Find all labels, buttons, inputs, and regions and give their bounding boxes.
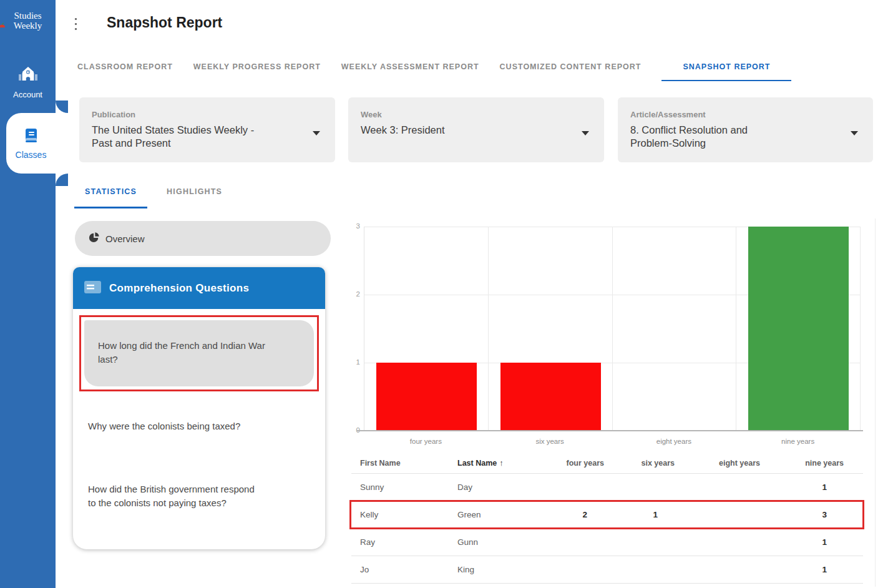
week-dropdown[interactable]: Week Week 3: President bbox=[348, 97, 604, 162]
cell-last-name: Gunn bbox=[457, 537, 532, 547]
sidebar: Studies Weekly bbox=[0, 0, 56, 588]
cell-nine-years: 1 bbox=[760, 565, 844, 574]
chart-plot-area bbox=[364, 227, 860, 431]
bar-four-years bbox=[376, 363, 477, 431]
logo-line-1: Studies bbox=[0, 11, 56, 21]
gridline bbox=[488, 227, 489, 431]
account-schoolhouse-icon bbox=[17, 66, 39, 87]
cell-first-name: Ray bbox=[360, 537, 457, 547]
table-row[interactable]: Jo King 1 bbox=[351, 556, 863, 584]
menu-icon[interactable] bbox=[75, 18, 94, 31]
caret-down-icon bbox=[851, 131, 858, 135]
cell-six-years: 1 bbox=[604, 510, 675, 519]
x-axis-label: four years bbox=[364, 438, 488, 445]
y-axis-tick-label: 2 bbox=[356, 290, 360, 298]
column-header-eight-years[interactable]: eight years bbox=[675, 459, 760, 468]
book-icon bbox=[23, 127, 39, 146]
caret-down-icon bbox=[582, 131, 589, 135]
cell-first-name: Jo bbox=[360, 565, 457, 574]
dropdown-value: The United States Studies Weekly - Past … bbox=[92, 124, 321, 149]
cell-first-name: Sunny bbox=[360, 483, 457, 492]
cell-nine-years: 1 bbox=[760, 537, 844, 547]
tab-weekly-progress-report[interactable]: WEEKLY PROGRESS REPORT bbox=[193, 60, 321, 71]
snapshot-report-page: Studies Weekly bbox=[0, 0, 893, 588]
sort-ascending-icon: ↑ bbox=[499, 459, 503, 468]
question-item[interactable]: Why were the colonists being taxed? bbox=[73, 419, 325, 434]
students-table: First Name Last Name↑ four years six yea… bbox=[351, 453, 863, 584]
logo-line-2: Weekly bbox=[14, 21, 42, 31]
cell-nine-years: 1 bbox=[760, 483, 844, 492]
question-item[interactable]: How did the British government respond t… bbox=[73, 483, 325, 511]
table-row-highlighted[interactable]: Kelly Green 2 1 3 bbox=[351, 501, 863, 529]
chart-x-axis-line bbox=[356, 430, 863, 431]
x-axis-label: six years bbox=[488, 438, 612, 445]
x-axis-label: nine years bbox=[736, 438, 860, 445]
gridline bbox=[612, 227, 613, 431]
sidebar-item-label: Classes bbox=[16, 150, 47, 160]
page-title: Snapshot Report bbox=[107, 14, 222, 31]
tab-snapshot-report[interactable]: SNAPSHOT REPORT bbox=[661, 60, 791, 81]
chart-x-labels: four yearssix yearseight yearsnine years bbox=[351, 438, 888, 448]
tab-classroom-report[interactable]: CLASSROOM REPORT bbox=[77, 60, 173, 71]
question-item-selected[interactable]: How long did the French and Indian War l… bbox=[84, 320, 314, 386]
sidebar-item-classes[interactable]: Classes bbox=[6, 113, 56, 174]
table-header-row: First Name Last Name↑ four years six yea… bbox=[351, 453, 863, 474]
y-axis-tick-label: 3 bbox=[356, 222, 360, 230]
subtab-highlights[interactable]: HIGHLIGHTS bbox=[156, 185, 233, 208]
column-header-nine-years[interactable]: nine years bbox=[760, 459, 844, 468]
article-assessment-dropdown[interactable]: Article/Assessment 8. Conflict Resolutio… bbox=[618, 97, 873, 162]
report-tabs: CLASSROOM REPORT WEEKLY PROGRESS REPORT … bbox=[77, 60, 791, 81]
comprehension-questions-panel: Comprehension Questions How long did the… bbox=[73, 267, 325, 549]
view-subtabs: STATISTICS HIGHLIGHTS bbox=[74, 185, 233, 208]
panel-header: Comprehension Questions bbox=[73, 267, 325, 309]
dropdown-value: 8. Conflict Resolution and Problem-Solvi… bbox=[630, 124, 859, 149]
caret-down-icon bbox=[313, 131, 320, 135]
table-row[interactable]: Ray Gunn 1 bbox=[351, 529, 863, 556]
tab-customized-content-report[interactable]: CUSTOMIZED CONTENT REPORT bbox=[500, 60, 642, 71]
cell-last-name: Green bbox=[457, 510, 532, 519]
bar-six-years bbox=[500, 363, 601, 431]
sidebar-item-account[interactable]: Account bbox=[0, 66, 56, 99]
dropdown-label: Week bbox=[361, 110, 590, 119]
question-card-icon bbox=[84, 281, 101, 296]
cell-four-years: 2 bbox=[532, 510, 604, 519]
overview-button[interactable]: Overview bbox=[75, 221, 331, 256]
dropdown-value: Week 3: President bbox=[361, 124, 590, 137]
gridline bbox=[736, 227, 736, 431]
column-header-four-years[interactable]: four years bbox=[532, 459, 604, 468]
x-axis-label: eight years bbox=[612, 438, 736, 445]
apple-icon bbox=[0, 21, 6, 31]
gridline bbox=[860, 227, 861, 431]
pie-chart-icon bbox=[89, 232, 100, 245]
question-highlight-annotation: How long did the French and Indian War l… bbox=[79, 315, 319, 391]
nav-pill-curve-top bbox=[56, 100, 68, 113]
dropdown-label: Publication bbox=[92, 110, 321, 119]
subtab-statistics[interactable]: STATISTICS bbox=[74, 185, 147, 208]
nav-pill-curve-bottom bbox=[56, 174, 68, 186]
results-bar-chart: 0123 four yearssix yearseight yearsnine … bbox=[351, 218, 888, 453]
overview-label: Overview bbox=[105, 233, 145, 244]
column-header-last-name[interactable]: Last Name↑ bbox=[457, 459, 532, 468]
panel-divider bbox=[875, 218, 876, 587]
column-header-first-name[interactable]: First Name bbox=[360, 459, 457, 468]
sidebar-item-label: Account bbox=[13, 90, 42, 99]
cell-nine-years: 3 bbox=[760, 510, 844, 519]
dropdown-label: Article/Assessment bbox=[630, 110, 859, 119]
table-row[interactable]: Sunny Day 1 bbox=[351, 474, 863, 501]
panel-title: Comprehension Questions bbox=[109, 282, 249, 295]
cell-last-name: Day bbox=[457, 483, 532, 492]
bar-nine-years bbox=[748, 227, 849, 431]
chart-y-axis: 0123 bbox=[351, 218, 360, 453]
cell-first-name: Kelly bbox=[360, 510, 457, 519]
y-axis-tick-label: 1 bbox=[356, 358, 360, 366]
cell-last-name: King bbox=[457, 565, 532, 574]
publication-dropdown[interactable]: Publication The United States Studies We… bbox=[79, 97, 335, 162]
column-header-six-years[interactable]: six years bbox=[604, 459, 675, 468]
tab-weekly-assessment-report[interactable]: WEEKLY ASSESSMENT REPORT bbox=[341, 60, 479, 71]
studies-weekly-logo: Studies Weekly bbox=[0, 11, 56, 31]
